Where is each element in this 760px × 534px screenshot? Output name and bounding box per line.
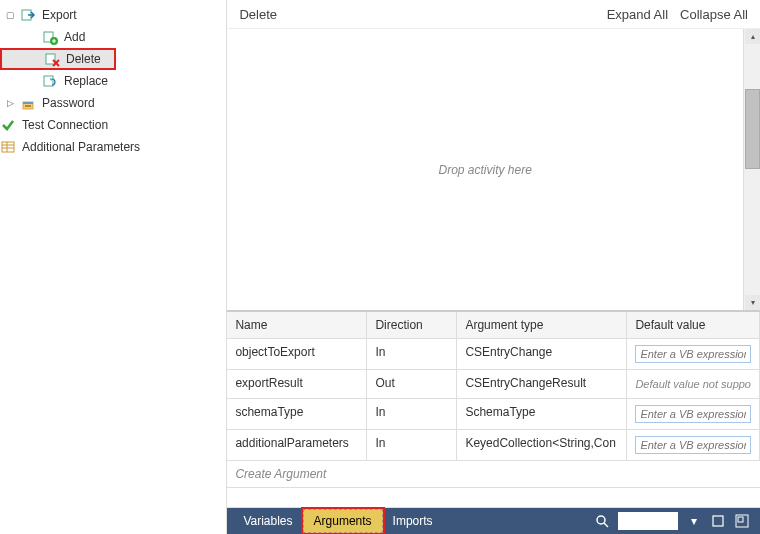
- tree-item-additional-params[interactable]: Additional Parameters: [0, 136, 226, 158]
- arg-direction-cell[interactable]: In: [367, 339, 457, 370]
- tab-arguments[interactable]: Arguments: [303, 509, 383, 533]
- vertical-scrollbar[interactable]: ▴ ▾: [743, 29, 760, 310]
- svg-rect-6: [23, 102, 33, 104]
- tree-label: Add: [62, 30, 85, 44]
- col-header-direction[interactable]: Direction: [367, 312, 457, 339]
- svg-line-15: [604, 523, 608, 527]
- table-row[interactable]: objectToExport In CSEntryChange: [227, 339, 760, 370]
- svg-rect-18: [738, 517, 743, 522]
- arg-type-cell[interactable]: CSEntryChange: [457, 339, 627, 370]
- arg-name-cell[interactable]: exportResult: [227, 370, 367, 399]
- tree-label: Replace: [62, 74, 108, 88]
- table-row[interactable]: additionalParameters In KeyedCollection<…: [227, 430, 760, 461]
- arg-direction-cell[interactable]: In: [367, 430, 457, 461]
- status-bar: Variables Arguments Imports ▾: [227, 508, 760, 534]
- svg-rect-10: [2, 142, 14, 152]
- scroll-thumb[interactable]: [745, 89, 760, 169]
- svg-point-7: [25, 105, 27, 107]
- blank-row: [227, 488, 760, 508]
- default-value-input[interactable]: [635, 405, 751, 423]
- tab-imports[interactable]: Imports: [383, 510, 443, 532]
- col-header-name[interactable]: Name: [227, 312, 367, 339]
- arg-default-cell[interactable]: [627, 399, 760, 430]
- overview-icon[interactable]: [732, 511, 752, 531]
- arg-default-cell[interactable]: [627, 430, 760, 461]
- fit-to-screen-icon[interactable]: [708, 511, 728, 531]
- arg-name-cell[interactable]: additionalParameters: [227, 430, 367, 461]
- drop-hint: Drop activity here: [439, 163, 532, 177]
- tree-item-add[interactable]: Add: [0, 26, 226, 48]
- tab-variables[interactable]: Variables: [233, 510, 302, 532]
- search-icon[interactable]: [592, 511, 612, 531]
- scroll-up-icon[interactable]: ▴: [745, 29, 760, 44]
- sidebar: ▢ Export Add Delete Replace ▷: [0, 0, 226, 534]
- delete-icon: [44, 51, 60, 67]
- right-pane: Delete Expand All Collapse All Drop acti…: [226, 0, 760, 534]
- breadcrumb: Delete Expand All Collapse All: [227, 0, 760, 28]
- tree-item-delete[interactable]: Delete: [0, 48, 116, 70]
- tree-item-password[interactable]: ▷ Password: [0, 92, 226, 114]
- arg-name-cell[interactable]: objectToExport: [227, 339, 367, 370]
- grid-header-row: Name Direction Argument type Default val…: [227, 312, 760, 339]
- expander-icon[interactable]: ▷: [4, 97, 16, 109]
- arguments-grid: Name Direction Argument type Default val…: [227, 311, 760, 508]
- default-value-input[interactable]: [635, 436, 751, 454]
- tree-label: Additional Parameters: [20, 140, 140, 154]
- collapse-all-button[interactable]: Collapse All: [680, 7, 748, 22]
- svg-point-8: [27, 105, 29, 107]
- tree-label: Export: [40, 8, 77, 22]
- add-icon: [42, 29, 58, 45]
- params-icon: [0, 139, 16, 155]
- svg-rect-3: [46, 54, 55, 64]
- arg-type-cell[interactable]: CSEntryChangeResult: [457, 370, 627, 399]
- arg-type-cell[interactable]: SchemaType: [457, 399, 627, 430]
- svg-rect-16: [713, 516, 723, 526]
- chevron-down-icon[interactable]: ▾: [684, 511, 704, 531]
- default-value-static: Default value not suppo: [635, 376, 751, 392]
- password-icon: [20, 95, 36, 111]
- tree-item-replace[interactable]: Replace: [0, 70, 226, 92]
- svg-rect-4: [44, 76, 53, 86]
- tree-label: Delete: [64, 52, 101, 66]
- designer-canvas-area: Drop activity here ▴ ▾: [227, 28, 760, 311]
- drop-target[interactable]: Drop activity here: [227, 29, 743, 310]
- zoom-select[interactable]: [618, 512, 678, 530]
- tree-item-export[interactable]: ▢ Export: [0, 4, 226, 26]
- default-value-input[interactable]: [635, 345, 751, 363]
- arg-name-cell[interactable]: schemaType: [227, 399, 367, 430]
- table-row[interactable]: exportResult Out CSEntryChangeResult Def…: [227, 370, 760, 399]
- col-header-type[interactable]: Argument type: [457, 312, 627, 339]
- tree-item-test-connection[interactable]: Test Connection: [0, 114, 226, 136]
- col-header-default[interactable]: Default value: [627, 312, 760, 339]
- scroll-down-icon[interactable]: ▾: [745, 295, 760, 310]
- svg-point-14: [597, 516, 605, 524]
- arg-type-cell[interactable]: KeyedCollection<String,Con: [457, 430, 627, 461]
- arg-direction-cell[interactable]: In: [367, 399, 457, 430]
- create-argument-row[interactable]: Create Argument: [227, 461, 760, 488]
- page-title: Delete: [239, 7, 277, 22]
- table-row[interactable]: schemaType In SchemaType: [227, 399, 760, 430]
- tree-label: Password: [40, 96, 95, 110]
- svg-point-9: [29, 105, 31, 107]
- expander-icon[interactable]: ▢: [4, 9, 16, 21]
- tree-label: Test Connection: [20, 118, 108, 132]
- arg-default-cell: Default value not suppo: [627, 370, 760, 399]
- arg-default-cell[interactable]: [627, 339, 760, 370]
- arg-direction-cell[interactable]: Out: [367, 370, 457, 399]
- replace-icon: [42, 73, 58, 89]
- export-icon: [20, 7, 36, 23]
- check-icon: [0, 117, 16, 133]
- expand-all-button[interactable]: Expand All: [607, 7, 668, 22]
